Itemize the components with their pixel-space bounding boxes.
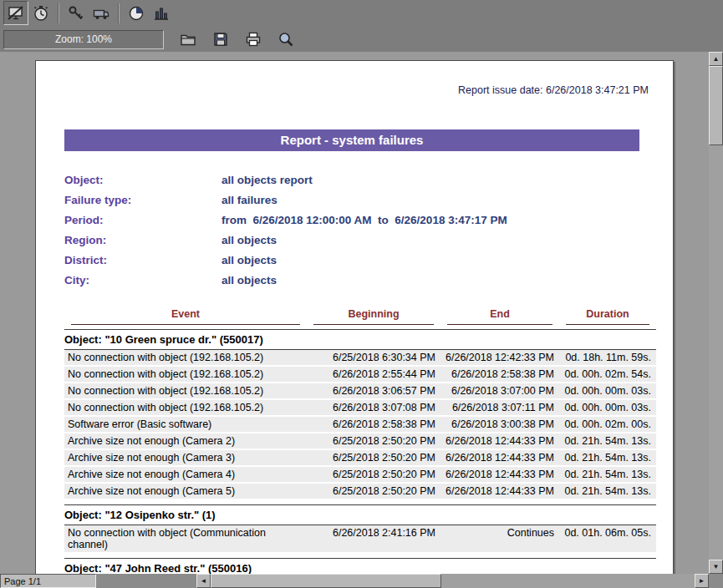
toolbar-row-2: Zoom: 100% (0, 26, 723, 52)
table-cell: 0d. 21h. 54m. 13s. (559, 449, 656, 466)
table-cell: 6/26/2018 3:07:00 PM (440, 383, 559, 399)
key-icon (67, 4, 85, 23)
field-value: all objects (221, 234, 277, 247)
save-button[interactable] (208, 27, 233, 51)
toolbar-separator (58, 3, 59, 23)
field-value: all objects (221, 274, 277, 287)
table-cell: No connection with object (192.168.105.2… (64, 366, 307, 383)
table-cell: Software error (Basic software) (64, 416, 307, 433)
toolbar-button-key[interactable] (64, 1, 89, 25)
report-fields: Object:all objects reportFailure type:al… (64, 174, 673, 287)
report-table-body: Object: "10 Green spruce dr." (550017)No… (64, 325, 656, 574)
table-cell: 0d. 00h. 00m. 03s. (559, 383, 656, 399)
zoom-label: Zoom: 100% (55, 33, 112, 45)
table-row: No connection with object (192.168.105.2… (64, 383, 656, 399)
horizontal-scroll-track[interactable] (441, 574, 695, 588)
table-cell: 6/26/2018 12:44:33 PM (440, 433, 559, 449)
table-cell: 6/26/2018 3:00:38 PM (440, 416, 559, 433)
horizontal-scrollbar[interactable]: ◄ ► (196, 574, 709, 588)
column-header-event: Event (64, 307, 307, 325)
scroll-down-button[interactable]: ▼ (709, 560, 723, 574)
table-cell: 0d. 01h. 06m. 05s. (559, 525, 656, 554)
arrow-right-icon: ► (699, 577, 705, 585)
group-title: Object: "47 John Reed str." (550016) (64, 559, 656, 575)
table-row: No connection with object (192.168.105.2… (64, 350, 656, 367)
field-label: Period: (64, 214, 221, 227)
display-icon (7, 4, 25, 23)
open-button[interactable] (176, 27, 201, 51)
toolbar-button-vehicle[interactable] (89, 1, 114, 25)
scroll-up-button[interactable]: ▲ (709, 52, 723, 66)
field-value: all objects (221, 254, 277, 267)
toolbar-button-stopwatch[interactable] (28, 1, 53, 25)
clock-icon (127, 4, 145, 23)
horizontal-scroll-thumb[interactable] (211, 574, 441, 588)
field-row: Region:all objects (64, 234, 673, 247)
table-cell: 6/26/2018 12:44:33 PM (440, 449, 559, 466)
field-value: all failures (221, 194, 277, 207)
table-cell: 6/26/2018 3:07:08 PM (307, 399, 440, 416)
toolbar-button-display[interactable] (3, 1, 28, 25)
table-cell: 6/25/2018 2:50:20 PM (307, 466, 440, 483)
folder-icon (179, 30, 197, 48)
table-cell: 6/26/2018 12:44:33 PM (440, 483, 559, 499)
table-row: No connection with object (192.168.105.2… (64, 399, 656, 416)
table-cell: 0d. 00h. 00m. 03s. (559, 399, 656, 416)
table-cell: 0d. 21h. 54m. 13s. (559, 433, 656, 449)
preview-button[interactable] (273, 27, 298, 51)
table-cell: 0d. 18h. 11m. 59s. (559, 350, 656, 367)
vertical-scrollbar[interactable]: ▲ ▼ (709, 52, 723, 574)
document-area: Report issue date: 6/26/2018 3:47:21 PM … (0, 52, 709, 574)
table-cell: Archive size not enough (Camera 3) (64, 449, 307, 466)
toolbar-row-1 (0, 0, 723, 26)
zoom-control[interactable]: Zoom: 100% (3, 30, 164, 49)
table-cell: 6/25/2018 6:30:34 PM (307, 350, 440, 367)
table-cell: 6/26/2018 2:58:38 PM (440, 366, 559, 383)
toolbar-button-clock[interactable] (124, 1, 149, 25)
field-value: all objects report (221, 174, 313, 187)
table-cell: 6/26/2018 2:58:38 PM (307, 416, 440, 433)
stopwatch-icon (32, 4, 50, 23)
table-cell: 0d. 00h. 02m. 00s. (559, 416, 656, 433)
report-issue-date: Report issue date: 6/26/2018 3:47:21 PM (36, 84, 649, 96)
table-cell: Archive size not enough (Camera 2) (64, 433, 307, 449)
arrow-down-icon: ▼ (713, 563, 720, 570)
table-cell: 6/26/2018 3:06:57 PM (307, 383, 440, 399)
table-cell: No connection with object (Communication… (64, 525, 307, 554)
save-icon (211, 30, 230, 48)
field-label: Object: (64, 174, 221, 187)
table-cell: 0d. 21h. 54m. 13s. (559, 466, 656, 483)
vehicle-icon (92, 4, 110, 23)
scroll-right-button[interactable]: ► (695, 574, 709, 588)
field-row: City:all objects (64, 274, 673, 287)
table-cell: 6/26/2018 12:44:33 PM (440, 466, 559, 483)
print-button[interactable] (241, 27, 266, 51)
table-cell: 6/25/2018 2:50:20 PM (307, 483, 440, 499)
arrow-up-icon: ▲ (713, 55, 720, 63)
field-row: Object:all objects report (64, 174, 673, 187)
field-label: Region: (64, 234, 221, 247)
table-cell: 6/26/2018 2:55:44 PM (307, 366, 440, 383)
table-cell: 6/26/2018 12:42:33 PM (440, 350, 559, 367)
status-bar: Page 1/1 ◄ ► (0, 574, 709, 588)
table-cell: No connection with object (192.168.105.2… (64, 383, 307, 399)
table-row: No connection with object (Communication… (64, 525, 656, 554)
table-cell: 6/26/2018 3:07:11 PM (440, 399, 559, 416)
field-row: District:all objects (64, 254, 673, 267)
vertical-scroll-track[interactable] (709, 145, 723, 560)
vertical-scroll-thumb[interactable] (709, 66, 723, 145)
page-indicator: Page 1/1 (0, 574, 96, 588)
table-cell: Continues (440, 525, 559, 554)
group-title: Object: "12 Osipenko str." (1) (64, 505, 656, 525)
report-page: Report issue date: 6/26/2018 3:47:21 PM … (35, 60, 674, 574)
column-header-beginning: Beginning (307, 307, 440, 325)
chart-icon (152, 4, 171, 23)
toolbar-button-chart[interactable] (149, 1, 174, 25)
table-row: Archive size not enough (Camera 3)6/25/2… (64, 449, 656, 466)
table-cell: Archive size not enough (Camera 4) (64, 466, 307, 483)
group-header-row: Object: "12 Osipenko str." (1) (64, 505, 656, 525)
scroll-left-button[interactable]: ◄ (196, 574, 211, 588)
field-label: Failure type: (64, 194, 221, 207)
statusbar-gap (96, 574, 196, 588)
arrow-left-icon: ◄ (201, 577, 207, 585)
